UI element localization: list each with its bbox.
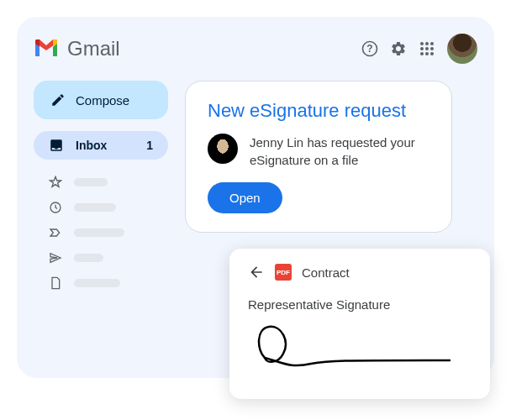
header-left: Gmail [34, 37, 120, 60]
inbox-label: Inbox [76, 139, 146, 152]
sidebar-item-drafts[interactable] [34, 270, 168, 296]
sidebar-item-starred[interactable] [34, 170, 168, 195]
card-row: Jenny Lin has requested your eSignature … [208, 134, 429, 169]
clock-icon [49, 201, 62, 214]
signature-filename: Contract [302, 265, 350, 280]
star-icon [49, 176, 62, 189]
gear-icon[interactable] [390, 40, 407, 57]
sidebar-item-sent[interactable] [34, 245, 168, 270]
svg-point-2 [420, 42, 424, 45]
inbox-icon [49, 138, 64, 153]
sender-avatar [208, 134, 238, 164]
gmail-logo-icon [34, 39, 59, 58]
header: Gmail ? [34, 34, 477, 64]
signature-field-label: Representative Signature [248, 297, 471, 312]
svg-point-8 [420, 52, 424, 55]
svg-point-4 [430, 42, 434, 45]
open-button[interactable]: Open [208, 182, 282, 213]
svg-point-9 [425, 52, 429, 55]
signature-panel: PDF Contract Representative Signature [229, 249, 490, 399]
signature-drawing [248, 320, 466, 370]
pdf-badge-icon: PDF [275, 264, 292, 281]
header-right: ? [361, 34, 477, 64]
important-icon [49, 226, 62, 239]
svg-point-7 [430, 47, 434, 50]
sidebar-item-inbox[interactable]: Inbox 1 [34, 131, 168, 160]
svg-point-6 [425, 47, 429, 50]
placeholder [74, 279, 120, 287]
placeholder [74, 178, 108, 186]
sidebar-item-snoozed[interactable] [34, 195, 168, 220]
placeholder [74, 228, 124, 237]
file-icon [49, 276, 62, 290]
compose-button[interactable]: Compose [34, 81, 168, 119]
help-icon[interactable]: ? [361, 40, 378, 57]
card-title: New eSignature request [208, 100, 429, 122]
pencil-icon [50, 92, 66, 108]
esignature-card: New eSignature request Jenny Lin has req… [185, 81, 452, 233]
inbox-count: 1 [146, 139, 153, 152]
compose-label: Compose [76, 93, 129, 108]
svg-point-3 [425, 42, 429, 45]
back-arrow-icon[interactable] [248, 264, 265, 281]
svg-point-10 [430, 52, 434, 55]
send-icon [49, 251, 62, 265]
sidebar: Compose Inbox 1 [34, 81, 168, 296]
svg-text:?: ? [366, 43, 372, 55]
placeholder [74, 203, 116, 212]
user-avatar[interactable] [447, 34, 477, 64]
placeholder [74, 254, 103, 262]
card-message: Jenny Lin has requested your eSignature … [250, 134, 429, 169]
signature-header: PDF Contract [248, 264, 471, 281]
app-title: Gmail [67, 37, 120, 60]
svg-point-5 [420, 47, 424, 50]
sidebar-item-important[interactable] [34, 220, 168, 245]
apps-grid-icon[interactable] [419, 40, 435, 57]
